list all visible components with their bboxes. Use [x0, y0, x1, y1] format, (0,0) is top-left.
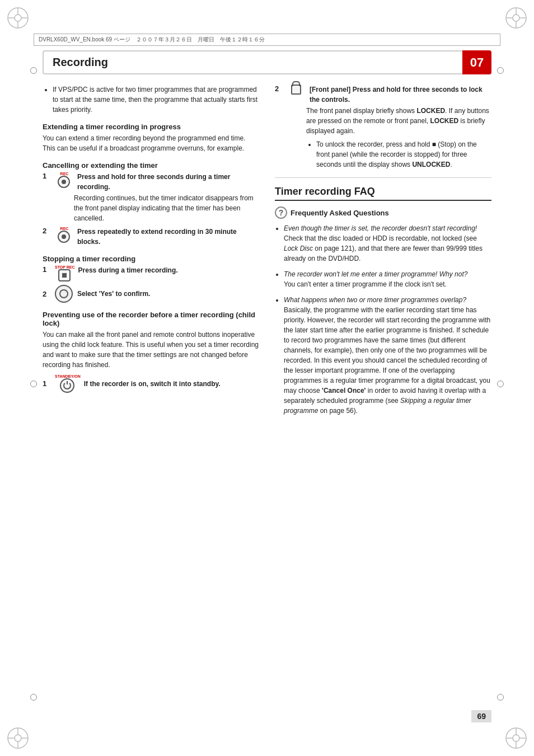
chapter-title: Recording [43, 50, 462, 74]
section-childlock-title: Preventing use of the recorder before a … [43, 311, 259, 327]
faq-q2: The recorder won't let me enter a timer … [275, 269, 491, 289]
binding-mark [497, 67, 504, 74]
step-icon-rec-extend: REC [54, 227, 74, 243]
faq-title: Timer recording FAQ [275, 186, 491, 201]
step-select-2: 2 Select 'Yes' to confirm. [43, 285, 259, 303]
step-icon-knob [54, 285, 74, 303]
step-number: 1 [43, 379, 50, 388]
left-column: If VPS/PDC is active for two timer progr… [43, 84, 259, 421]
section-divider [275, 177, 491, 178]
step-number: 1 [43, 265, 50, 274]
binding-mark [30, 67, 37, 74]
corner-decoration-br [503, 725, 530, 752]
chapter-number: 07 [462, 50, 491, 74]
binding-mark [497, 694, 504, 701]
faq-question-icon: ? [275, 206, 287, 219]
svg-point-7 [513, 15, 519, 21]
right-column: 2 [Front panel] Press and hold for three… [275, 84, 491, 421]
page-number: 69 [471, 710, 491, 722]
step-stop-1: 1 STOP REC Press during a timer recordin… [43, 265, 259, 281]
corner-decoration-tl [4, 4, 31, 31]
step-number: 1 [43, 172, 50, 180]
unlock-bullet: To unlock the recorder, press and hold ■… [306, 139, 491, 170]
section-extending-body: You can extend a timer recording beyond … [43, 133, 259, 153]
step-extend-2: 2 REC Press repeatedly to extend recordi… [43, 227, 259, 247]
step-icon-stop: STOP REC [54, 265, 75, 281]
section-stopping-title: Stopping a timer recording [43, 255, 259, 263]
cancel-extend-title: Cancelling or extending the timer [43, 161, 259, 170]
binding-mark [30, 694, 37, 701]
step-number: 2 [275, 84, 283, 93]
section-childlock-body: You can make all the front panel and rem… [43, 330, 259, 370]
step-number: 2 [43, 290, 50, 298]
faq-q1: Even though the timer is set, the record… [275, 223, 491, 264]
step-select-content: Select 'Yes' to confirm. [77, 289, 259, 299]
svg-point-1 [15, 15, 21, 21]
top-bar-text: DVRLX60D_WV_EN.book 69 ページ ２００７年３月２６日 月曜… [39, 36, 265, 44]
binding-mark [497, 381, 504, 387]
step-lock-content: [Front panel] Press and hold for three s… [310, 84, 491, 105]
chapter-header: Recording 07 [43, 50, 491, 74]
svg-point-13 [15, 735, 21, 741]
step-number: 2 [43, 227, 50, 235]
step-standby-content: If the recorder is on, switch it into st… [84, 379, 259, 389]
faq-q3: What happens when two or more timer prog… [275, 295, 491, 416]
step-icon-rec-cancel: REC [54, 172, 74, 188]
step-icon-lock [286, 84, 306, 95]
step-icon-power: STANDBY/ON [54, 374, 81, 393]
step-lock-body: The front panel display briefly shows LO… [306, 106, 491, 136]
faq-subheader: ? Frequently Asked Questions [275, 206, 491, 219]
step-cancel-1: 1 REC Press and hold for three seconds d… [43, 172, 259, 223]
top-bar: DVRLX60D_WV_EN.book 69 ページ ２００７年３月２６日 月曜… [34, 34, 500, 46]
corner-decoration-tr [503, 4, 530, 31]
two-column-layout: If VPS/PDC is active for two timer progr… [43, 84, 491, 421]
step-stop-content: Press during a timer recording. [78, 265, 259, 275]
intro-bullet: If VPS/PDC is active for two timer progr… [43, 84, 259, 115]
step-cancel-content: Press and hold for three seconds during … [77, 172, 259, 192]
step-standby-1: 1 STANDBY/ON If the recorder is on, swit… [43, 374, 259, 393]
step-extend-content: Press repeatedly to extend recording in … [77, 227, 259, 247]
binding-mark [30, 381, 37, 387]
corner-decoration-bl [4, 725, 31, 752]
step-lock-2: 2 [Front panel] Press and hold for three… [275, 84, 491, 170]
section-extending-title: Extending a timer recording in progress [43, 123, 259, 131]
step-cancel-body: Recording continues, but the timer indic… [74, 193, 259, 223]
svg-point-19 [513, 735, 519, 741]
page-content: Recording 07 If VPS/PDC is active for tw… [43, 50, 491, 722]
page-number-container: 69 En [485, 716, 491, 722]
